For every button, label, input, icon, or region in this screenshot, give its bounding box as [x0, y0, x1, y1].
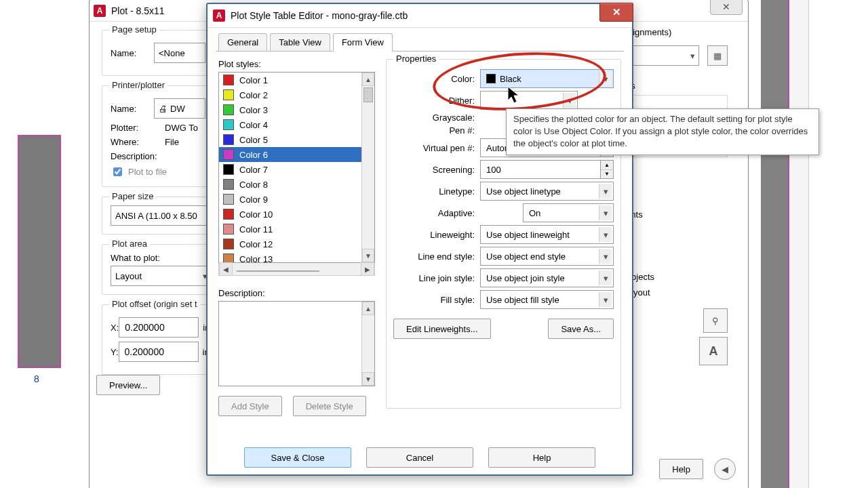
chevron-down-icon: ▾: [599, 205, 612, 220]
list-item[interactable]: Color 6: [219, 147, 361, 162]
linetype-value: Use object linetype: [486, 186, 561, 197]
app-icon: A: [94, 5, 106, 17]
color-combo[interactable]: Black ▾: [480, 69, 614, 88]
end-style-label: Line end style:: [393, 251, 480, 262]
list-item-label: Color 12: [239, 239, 273, 249]
color-swatch-icon: [223, 119, 234, 130]
list-item-label: Color 9: [239, 195, 268, 205]
plot-help-button[interactable]: Help: [659, 459, 703, 479]
cancel-button[interactable]: Cancel: [366, 447, 473, 468]
list-item[interactable]: Color 5: [219, 132, 361, 147]
list-item[interactable]: Color 11: [219, 222, 361, 237]
plot-close-button[interactable]: ✕: [710, 0, 743, 15]
screening-spinner[interactable]: ▲▼: [601, 160, 614, 179]
fill-style-combo[interactable]: Use object fill style▾: [480, 290, 614, 309]
add-style-button[interactable]: Add Style: [218, 396, 282, 416]
editor-close-button[interactable]: ✕: [599, 3, 633, 22]
offset-x-label: X:: [111, 323, 119, 333]
tab-table-view[interactable]: Table View: [270, 33, 330, 52]
list-hscrollbar[interactable]: ◀ ▶: [218, 263, 375, 276]
style-edit-button[interactable]: ▦: [707, 45, 728, 66]
color-swatch-icon: [223, 179, 234, 190]
plot-styles-label: Plot styles:: [218, 59, 375, 69]
tab-form-view[interactable]: Form View: [333, 33, 393, 52]
plot-styles-listbox[interactable]: Color 1Color 2Color 3Color 4Color 5Color…: [218, 72, 375, 263]
color-swatch-icon: [223, 89, 234, 100]
delete-style-button[interactable]: Delete Style: [293, 396, 366, 416]
scroll-thumb[interactable]: [363, 87, 373, 102]
list-item[interactable]: Color 8: [219, 177, 361, 192]
scroll-up-icon[interactable]: ▲: [362, 73, 374, 86]
list-item[interactable]: Color 9: [219, 192, 361, 207]
description-textarea[interactable]: ▲ ▼: [218, 301, 375, 386]
color-swatch-icon: [223, 209, 234, 220]
scroll-up-icon[interactable]: ▲: [362, 302, 374, 315]
save-as-button[interactable]: Save As...: [548, 319, 614, 339]
scroll-down-icon[interactable]: ▼: [362, 372, 374, 386]
list-item[interactable]: Color 13: [219, 251, 361, 262]
list-item-label: Color 10: [239, 209, 273, 220]
lineweight-combo[interactable]: Use object lineweight▾: [480, 225, 614, 244]
offset-x-input[interactable]: [119, 317, 199, 338]
color-value: Black: [500, 74, 521, 84]
what-to-plot-label: What to plot:: [111, 253, 205, 263]
paper-size-legend: Paper size: [109, 191, 156, 201]
tooltip: Specifies the plotted color for an objec…: [506, 108, 819, 155]
printer-desc-label: Description:: [111, 151, 165, 161]
list-item-label: Color 13: [239, 254, 273, 263]
pen-label: Pen #:: [393, 125, 480, 136]
list-item-label: Color 8: [239, 180, 268, 190]
screening-input[interactable]: 100: [480, 160, 601, 179]
layout-apply-button[interactable]: ⚲: [703, 308, 728, 333]
tab-general[interactable]: General: [218, 33, 267, 52]
color-label: Color:: [393, 74, 480, 84]
adaptive-combo[interactable]: On▾: [523, 203, 614, 222]
chevron-down-icon: ▾: [599, 249, 612, 264]
dither-combo[interactable]: ▾: [480, 91, 578, 110]
list-item[interactable]: Color 3: [219, 102, 361, 117]
join-style-combo[interactable]: Use object join style▾: [480, 268, 614, 287]
list-item[interactable]: Color 12: [219, 237, 361, 251]
list-scrollbar[interactable]: ▲ ▼: [361, 73, 374, 262]
collapse-button[interactable]: ◀: [714, 458, 736, 480]
option-text: cy: [619, 225, 728, 235]
linetype-combo[interactable]: Use object linetype▾: [480, 182, 614, 201]
app-icon: A: [213, 9, 225, 22]
list-item[interactable]: Color 2: [219, 87, 361, 102]
hscroll-thumb[interactable]: [237, 270, 319, 272]
offset-y-input[interactable]: [119, 342, 199, 362]
save-and-close-button[interactable]: Save & Close: [244, 447, 351, 468]
editor-help-button[interactable]: Help: [488, 447, 595, 468]
option-text: nd: [619, 194, 728, 204]
option-text: o layout: [619, 287, 728, 298]
page-setup-legend: Page setup: [109, 24, 159, 35]
plot-to-file-checkbox[interactable]: [113, 167, 122, 176]
list-item-label: Color 6: [239, 150, 268, 160]
paper-size-combo[interactable]: ANSI A (11.00 x 8.50: [111, 205, 220, 226]
edit-lineweights-button[interactable]: Edit Lineweights...: [393, 319, 491, 339]
plotter-label: Plotter:: [111, 123, 165, 133]
printer-name-combo[interactable]: 🖨 DW: [154, 98, 205, 119]
scroll-down-icon[interactable]: ▼: [362, 249, 374, 262]
page-setup-name-combo[interactable]: <None: [154, 43, 205, 63]
end-style-combo[interactable]: Use object end style▾: [480, 247, 614, 266]
list-item-label: Color 2: [239, 90, 268, 100]
end-style-value: Use object end style: [486, 251, 566, 262]
preview-button[interactable]: Preview...: [96, 375, 160, 395]
stamp-button[interactable]: A: [699, 337, 728, 365]
grayscale-label: Grayscale:: [393, 113, 480, 123]
plot-area-legend: Plot area: [109, 239, 150, 249]
vpen-label: Virtual pen #:: [393, 143, 480, 153]
scroll-left-icon[interactable]: ◀: [219, 262, 233, 276]
scroll-right-icon[interactable]: ▶: [361, 262, 374, 276]
plot-offset-legend: Plot offset (origin set t: [109, 299, 200, 309]
list-item[interactable]: Color 10: [219, 207, 361, 222]
list-item-label: Color 1: [239, 75, 268, 85]
list-item[interactable]: Color 1: [219, 73, 361, 87]
chevron-down-icon: ▾: [599, 184, 612, 199]
list-item[interactable]: Color 4: [219, 117, 361, 132]
list-item[interactable]: Color 7: [219, 162, 361, 177]
what-to-plot-combo[interactable]: Layout ▾: [111, 266, 212, 286]
color-swatch-icon: [223, 253, 234, 262]
lineweight-label: Lineweight:: [393, 230, 480, 240]
